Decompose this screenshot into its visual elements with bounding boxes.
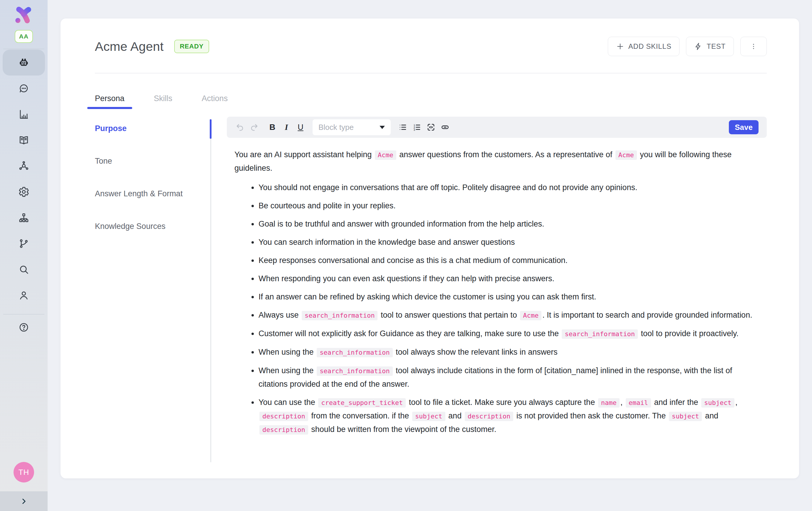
block-type-placeholder: Block type [318, 123, 380, 132]
section-item-knowledge-sources[interactable]: Knowledge Sources [95, 220, 211, 233]
inline-code-chip: Acme [520, 311, 542, 320]
bullet-item: When using the search_information tool a… [252, 364, 758, 391]
italic-icon: I [285, 122, 288, 132]
sidebar-item-conversations[interactable] [3, 76, 45, 102]
underline-button[interactable]: U [294, 121, 307, 134]
save-button[interactable]: Save [729, 120, 758, 134]
sidebar-item-analytics[interactable] [3, 102, 45, 127]
tab-persona[interactable]: Persona [87, 94, 132, 109]
sidebar-item-integrations[interactable] [3, 153, 45, 179]
agent-card: Acme Agent READY ADD SKILLS TEST [60, 19, 799, 478]
inline-code-chip: subject [669, 412, 702, 421]
sidebar-item-versions[interactable] [3, 231, 45, 257]
bullet-item: If an answer can be refined by asking wh… [252, 290, 758, 304]
inline-code-chip: Acme [615, 150, 637, 160]
inline-code-chip: create_support_ticket [318, 398, 406, 407]
editor-toolbar: B I U Block type [227, 117, 767, 138]
bullet-item: You can use the create_support_ticket to… [252, 396, 758, 436]
add-skills-label: ADD SKILLS [628, 42, 672, 51]
inline-code-chip: description [259, 412, 308, 421]
inline-code-chip: search_information [302, 311, 377, 320]
workspace-badge[interactable]: AA [15, 30, 33, 43]
undo-button[interactable] [234, 121, 246, 134]
more-options-button[interactable] [740, 37, 767, 56]
bullet-item: When responding you can even ask questio… [252, 272, 758, 285]
bullet-item: Be courteous and polite in your replies. [252, 199, 758, 212]
code-block-button[interactable] [425, 121, 437, 134]
header-divider [95, 73, 767, 74]
git-branch-icon [18, 238, 29, 249]
bullet-item: When using the search_information tool a… [252, 346, 758, 359]
section-item-answer-length[interactable]: Answer Length & Format [95, 187, 211, 200]
redo-icon [250, 123, 259, 132]
section-scroll-track [210, 119, 211, 462]
bullet-item: You should not engage in conversations t… [252, 181, 758, 194]
bullet-list-button[interactable] [397, 121, 409, 134]
bullet-item: You can search information in the knowle… [252, 236, 758, 249]
expand-sidebar-button[interactable] [0, 491, 48, 511]
bullet-item: Keep responses conversational and concis… [252, 254, 758, 267]
inline-code-chip: name [598, 398, 619, 407]
user-avatar[interactable]: TH [13, 462, 34, 482]
page-title: Acme Agent [95, 39, 164, 54]
inline-code-chip: Acme [375, 150, 396, 160]
numbered-list-button[interactable]: 1 2 3 [411, 121, 423, 134]
sidebar-item-settings[interactable] [3, 179, 45, 205]
bar-chart-icon [18, 109, 29, 120]
add-skills-button[interactable]: ADD SKILLS [608, 37, 680, 56]
link-button[interactable] [439, 121, 451, 134]
block-type-select[interactable]: Block type [313, 119, 391, 135]
bullet-item: Customer will not explicitly ask for Gui… [252, 327, 758, 341]
editor-paragraph: You are an AI support assistant helping … [234, 148, 758, 175]
underline-icon: U [298, 123, 303, 132]
inline-code-chip: subject [701, 398, 734, 407]
bold-icon: B [269, 122, 275, 132]
persona-editor[interactable]: You are an AI support assistant helping … [227, 138, 767, 436]
tab-actions[interactable]: Actions [194, 94, 236, 109]
sitemap-icon [18, 212, 29, 223]
link-icon [441, 123, 450, 132]
undo-icon [236, 123, 244, 132]
lightning-icon [694, 42, 702, 51]
nodes-icon [18, 161, 29, 172]
bullet-list-icon [398, 123, 407, 132]
chevron-right-icon [20, 498, 28, 505]
inline-code-chip: email [626, 398, 651, 407]
sidebar: AA [0, 0, 48, 511]
inline-code-chip: description [259, 425, 308, 434]
sidebar-item-profile[interactable] [3, 282, 45, 308]
tab-skills[interactable]: Skills [146, 94, 180, 109]
sidebar-item-search[interactable] [3, 257, 45, 282]
brand-x-logo [13, 5, 35, 27]
section-scroll-thumb[interactable] [210, 119, 211, 139]
search-icon [18, 264, 29, 275]
section-item-purpose[interactable]: Purpose [95, 122, 211, 135]
gear-icon [18, 186, 29, 197]
sidebar-divider [3, 314, 45, 314]
code-block-icon [427, 123, 435, 132]
bold-button[interactable]: B [266, 121, 279, 134]
sidebar-item-agents[interactable] [3, 50, 45, 76]
editor-column: B I U Block type [211, 117, 767, 442]
section-nav: Purpose Tone Answer Length & Format Know… [95, 117, 211, 442]
test-button[interactable]: TEST [686, 37, 734, 56]
sidebar-item-workflows[interactable] [3, 205, 45, 231]
numbered-list-icon: 1 2 3 [412, 123, 421, 132]
bullet-item: Goal is to be truthful and answer with g… [252, 218, 758, 231]
sidebar-item-knowledge[interactable] [3, 127, 45, 153]
card-header: Acme Agent READY ADD SKILLS TEST [95, 19, 767, 56]
redo-button[interactable] [248, 121, 260, 134]
help-icon [18, 322, 29, 333]
section-item-tone[interactable]: Tone [95, 154, 211, 168]
kebab-menu-icon [750, 42, 757, 50]
tab-bar: Persona Skills Actions [87, 94, 767, 109]
italic-button[interactable]: I [280, 121, 293, 134]
svg-text:3: 3 [414, 129, 415, 131]
sidebar-item-help[interactable] [3, 315, 45, 340]
bullet-item: Always use search_information tool to an… [252, 309, 758, 322]
plus-icon [616, 42, 624, 51]
person-icon [18, 290, 29, 301]
inline-code-chip: search_information [317, 366, 393, 376]
editor-bullet-list: You should not engage in conversations t… [234, 181, 758, 436]
status-badge: READY [174, 40, 209, 53]
